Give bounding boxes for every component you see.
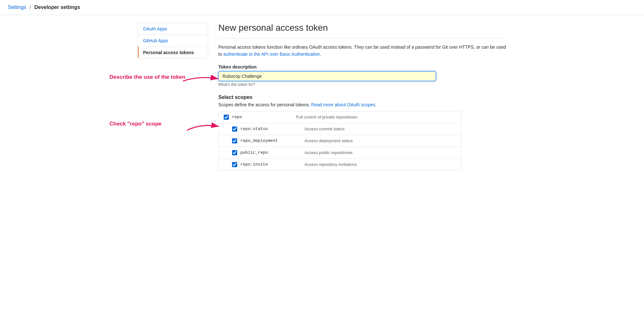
- breadcrumb-current: Developer settings: [34, 4, 80, 10]
- scope-row-public-repo: public_repo Access public repositories: [219, 147, 461, 159]
- token-description-group: Token description Describe the use of th…: [218, 64, 506, 87]
- select-scopes-title: Select scopes: [218, 94, 506, 100]
- content-area: New personal access token Personal acces…: [218, 23, 506, 176]
- sidebar-item-github-apps[interactable]: GitHub Apps: [138, 35, 208, 47]
- scope-desc-repo-invite: Access repository invitations: [304, 162, 357, 167]
- page-title: New personal access token: [218, 23, 506, 38]
- scopes-description-part1: Scopes define the access for personal to…: [218, 102, 311, 107]
- token-description-hint: What's this token for?: [218, 82, 506, 87]
- description-part2: .: [320, 52, 321, 57]
- scopes-table-wrapper: Check "repo" scope repo Full: [218, 111, 506, 171]
- scope-row-repo: repo Full control of private repositorie…: [219, 111, 461, 123]
- breadcrumb-separator: /: [29, 4, 31, 10]
- scope-name-repo: repo: [232, 115, 296, 119]
- scope-name-repo-status: repo:status: [240, 126, 304, 131]
- arrow-repo-icon: [184, 120, 222, 133]
- breadcrumb: Settings / Developer settings: [0, 0, 644, 15]
- sidebar-item-oauth-apps[interactable]: OAuth Apps: [138, 23, 208, 35]
- scope-checkbox-repo[interactable]: [224, 115, 229, 120]
- description-text: Personal access tokens function like ord…: [218, 44, 506, 58]
- scope-row-repo-deployment: repo_deployment Access deployment status: [219, 135, 461, 147]
- scopes-table: repo Full control of private repositorie…: [218, 111, 462, 171]
- token-description-label: Token description: [218, 64, 506, 69]
- scope-name-repo-deployment: repo_deployment: [240, 138, 304, 143]
- token-description-input[interactable]: [218, 71, 436, 81]
- scope-checkbox-repo-status[interactable]: [232, 126, 237, 132]
- main-layout: OAuth Apps GitHub Apps Personal access t…: [130, 23, 514, 176]
- breadcrumb-settings-link[interactable]: Settings: [8, 4, 26, 10]
- scope-name-public-repo: public_repo: [240, 150, 304, 155]
- annotation-repo: Check "repo" scope: [109, 121, 162, 127]
- sidebar-item-personal-access-tokens[interactable]: Personal access tokens: [138, 47, 208, 58]
- sidebar: OAuth Apps GitHub Apps Personal access t…: [138, 23, 208, 59]
- scope-checkbox-repo-deployment[interactable]: [232, 138, 237, 143]
- scope-desc-public-repo: Access public repositories: [304, 150, 352, 155]
- scope-name-repo-invite: repo:invite: [240, 162, 304, 167]
- arrow-describe-icon: [180, 74, 221, 84]
- scope-desc-repo-deployment: Access deployment status: [304, 138, 353, 143]
- scope-checkbox-repo-invite[interactable]: [232, 162, 237, 167]
- description-link[interactable]: authenticate to the API over Basic Authe…: [223, 52, 320, 57]
- scope-row-repo-status: repo:status Access commit status: [219, 123, 461, 135]
- scope-row-repo-invite: repo:invite Access repository invitation…: [219, 159, 461, 170]
- scope-checkbox-public-repo[interactable]: [232, 150, 237, 155]
- annotation-describe: Describe the use of the token: [109, 74, 185, 80]
- scopes-description-link[interactable]: Read more about OAuth scopes.: [311, 102, 376, 107]
- scopes-description: Scopes define the access for personal to…: [218, 102, 506, 107]
- scope-desc-repo: Full control of private repositories: [296, 115, 357, 119]
- scope-desc-repo-status: Access commit status: [304, 126, 345, 131]
- scopes-section: Select scopes Scopes define the access f…: [218, 94, 506, 171]
- token-description-section: Token description Describe the use of th…: [218, 64, 506, 87]
